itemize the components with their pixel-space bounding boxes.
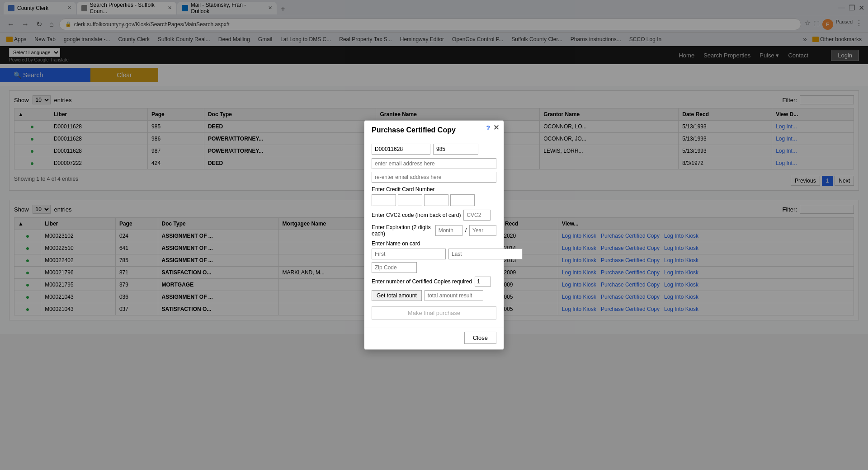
exp-label: Enter Expiration (2 digits each) [372,224,433,237]
zip-field[interactable] [372,262,417,273]
get-total-button[interactable]: Get total amount [372,290,422,301]
exp-month-field[interactable] [435,225,462,236]
make-purchase-button[interactable]: Make final purchase [372,306,496,320]
email-confirm-field[interactable] [372,172,496,183]
modal-header: Purchase Certified Copy ? ✕ [364,121,504,138]
purchase-certified-copy-modal: Purchase Certified Copy ? ✕ Enter Credit… [364,120,504,334]
cc-field-2[interactable] [398,194,422,206]
exp-year-field[interactable] [469,225,496,236]
modal-title: Purchase Certified Copy [372,126,456,134]
cc-fields [372,194,496,206]
cvc-field[interactable] [463,210,491,221]
total-row: Get total amount [372,290,496,301]
modal-close-x[interactable]: ✕ [493,124,499,132]
copies-row: Enter number of Certified Copies require… [372,277,496,287]
exp-slash: / [465,227,467,234]
liber-field[interactable] [372,144,430,155]
total-result-field [425,290,483,301]
liber-page-row [372,144,496,155]
cc-field-1[interactable] [372,194,396,206]
page-field[interactable] [433,144,478,155]
cc-field-3[interactable] [424,194,448,206]
modal-body: Enter Credit Card Number Enter CVC2 code… [364,138,504,328]
modal-help-icon[interactable]: ? [486,124,490,132]
name-row [372,249,496,259]
cvc-label: Enter CVC2 code (from back of card) [372,212,461,218]
close-button[interactable]: Close [464,332,496,334]
copies-field[interactable] [475,277,491,287]
email-field[interactable] [372,158,496,169]
make-purchase-area: Make final purchase [372,305,496,322]
first-name-field[interactable] [372,249,446,259]
exp-row: Enter Expiration (2 digits each) / [372,224,496,237]
cc-field-4[interactable] [450,194,475,206]
modal-footer: Close [364,328,504,334]
copies-label: Enter number of Certified Copies require… [372,278,472,285]
name-label: Enter Name on card [372,240,496,247]
last-name-field[interactable] [448,249,523,259]
cc-label: Enter Credit Card Number [372,186,496,193]
cvc-row: Enter CVC2 code (from back of card) [372,210,496,221]
